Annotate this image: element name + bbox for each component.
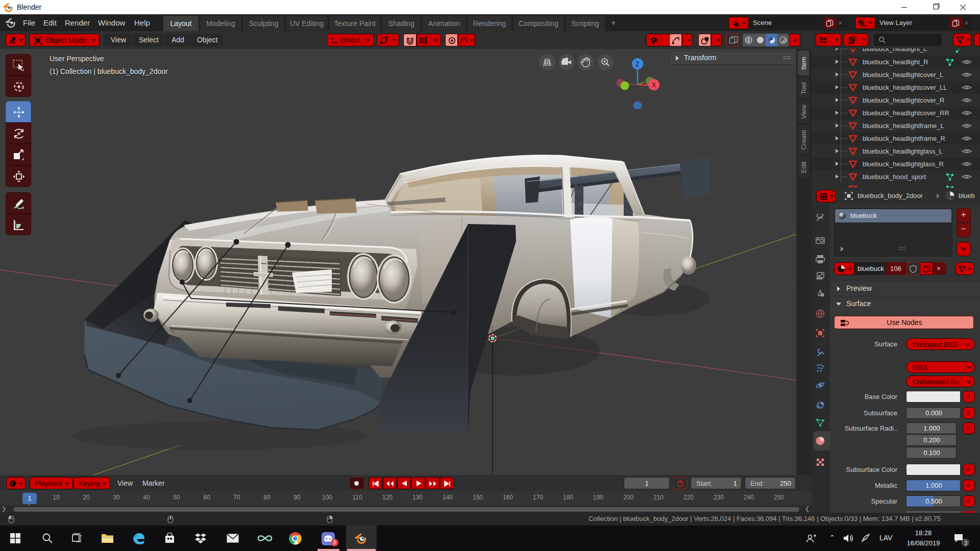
svg-text:Z: Z xyxy=(635,61,639,68)
svg-text:X: X xyxy=(652,82,656,89)
